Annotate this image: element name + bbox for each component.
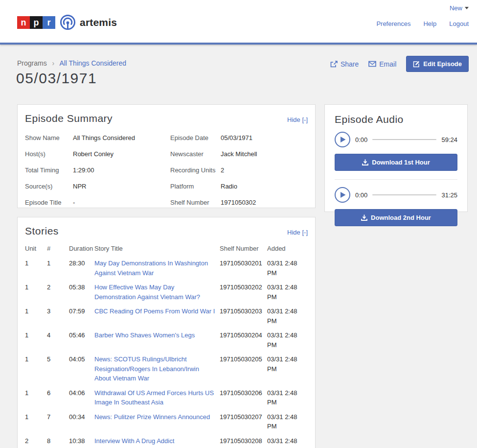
story-title-link[interactable]: How Effective Was May Day Demonstration … [94, 283, 220, 302]
artemis-app-name: artemis [80, 17, 117, 28]
story-number: 3 [47, 307, 69, 326]
new-menu-dropdown[interactable]: New [450, 4, 469, 12]
story-duration: 28:30 [69, 259, 94, 278]
story-unit: 1 [25, 330, 47, 350]
field-label: Host(s) [25, 150, 73, 159]
email-button[interactable]: Email [368, 60, 396, 68]
story-added: 03/31 2:48 PM [267, 388, 308, 407]
story-title-link[interactable]: CBC Reading Of Poems From World War I [94, 307, 220, 326]
audio-divider [335, 179, 457, 180]
breadcrumb-programs[interactable]: Programs [17, 59, 47, 67]
audio-progress-track-2[interactable] [372, 194, 436, 195]
episode-summary-hide-link[interactable]: Hide [-] [287, 116, 308, 123]
table-row: 1 2 05:38 How Effective Was May Day Demo… [25, 280, 308, 304]
story-number: 2 [47, 283, 69, 302]
episode-summary-panel: Episode Summary Hide [-] Show Name All T… [17, 104, 316, 208]
story-number: 1 [47, 259, 69, 278]
npr-logo-r: r [43, 16, 55, 29]
story-duration: 10:38 [69, 436, 94, 448]
story-added: 03/31 2:48 PM [267, 354, 308, 383]
download-2nd-hour-button[interactable]: Download 2nd Hour [335, 209, 457, 226]
table-row: 1 5 04:05 News: SCOTUS Rulings/Ulbricht … [25, 352, 308, 386]
summary-row: Episode Title - Shelf Number 1971050302 [25, 195, 308, 211]
story-title-link[interactable]: May Day Demonstrations In Washington Aga… [94, 259, 220, 278]
table-row: 1 1 28:30 May Day Demonstrations In Wash… [25, 256, 308, 280]
episode-summary-fields: Show Name All Things Considered Episode … [18, 128, 315, 211]
story-title-link[interactable]: Withdrawal Of US Armed Forces Hurts US I… [94, 388, 220, 407]
audio-progress-track-1[interactable] [372, 139, 436, 140]
play-button-2[interactable] [335, 187, 350, 203]
nav-help[interactable]: Help [423, 20, 436, 27]
play-icon [341, 192, 346, 198]
story-duration: 04:05 [69, 354, 94, 383]
header-nav: Preferences Help Logout [376, 20, 469, 27]
field-label: Newscaster [170, 150, 221, 159]
story-shelf-number: 197105030204 [220, 330, 267, 350]
field-value: - [73, 199, 170, 207]
field-value: NPR [73, 183, 170, 191]
col-header-number: # [47, 245, 69, 252]
summary-row: Source(s) NPR Platform Radio [25, 179, 308, 195]
breadcrumb-current-program[interactable]: All Things Considered [59, 59, 126, 67]
nav-logout[interactable]: Logout [449, 20, 469, 27]
col-header-shelf-number: Shelf Number [220, 245, 267, 252]
story-unit: 1 [25, 307, 47, 326]
edit-episode-button[interactable]: Edit Episode [406, 56, 469, 72]
new-menu-label: New [450, 4, 462, 12]
story-number: 8 [47, 436, 69, 448]
current-time: 0:00 [355, 191, 367, 199]
nav-preferences[interactable]: Preferences [376, 20, 410, 27]
field-value: 2 [221, 166, 308, 175]
field-label: Platform [170, 183, 221, 191]
story-unit: 1 [25, 259, 47, 278]
story-number: 7 [47, 412, 69, 431]
story-unit: 1 [25, 388, 47, 407]
stories-table-header: Unit # Duration Story Title Shelf Number… [25, 242, 308, 256]
download-1st-hour-button[interactable]: Download 1st Hour [335, 154, 457, 171]
story-unit: 1 [25, 354, 47, 383]
episode-audio-title: Episode Audio [335, 114, 457, 125]
field-label: Show Name [25, 134, 73, 142]
story-title-link[interactable]: News: Pulitzer Prize Winners Announced [94, 412, 220, 431]
story-title-link[interactable]: News: SCOTUS Rulings/Ulbricht Resignatio… [94, 354, 220, 383]
story-title-link[interactable]: Barber Who Shaves Women's Legs [94, 330, 220, 350]
download-1st-hour-label: Download 1st Hour [372, 159, 430, 166]
artemis-broadcast-icon [60, 14, 76, 30]
story-added: 03/31 2:48 PM [267, 330, 308, 350]
story-duration: 04:06 [69, 388, 94, 407]
download-icon [362, 159, 368, 165]
header-divider-bar [0, 43, 477, 45]
field-value: All Things Considered [73, 134, 170, 142]
story-shelf-number: 197105030208 [220, 436, 267, 448]
field-value: Radio [221, 183, 308, 191]
email-label: Email [379, 60, 396, 68]
stories-hide-link[interactable]: Hide [-] [287, 229, 308, 236]
field-value: Robert Conley [73, 150, 170, 159]
edit-episode-label: Edit Episode [423, 60, 462, 68]
summary-row: Host(s) Robert Conley Newscaster Jack Mi… [25, 146, 308, 163]
story-shelf-number: 197105030207 [220, 412, 267, 431]
stories-table: Unit # Duration Story Title Shelf Number… [18, 241, 315, 448]
table-row: 1 4 05:46 Barber Who Shaves Women's Legs… [25, 328, 308, 352]
npr-logo[interactable]: n p r [17, 16, 55, 29]
stories-panel: Stories Hide [-] Unit # Duration Story T… [17, 217, 316, 448]
col-header-duration: Duration [69, 245, 94, 252]
npr-logo-p: p [30, 16, 43, 29]
share-icon [330, 61, 338, 68]
app-header: n p r artemis New Preferences Help Logou… [0, 0, 477, 43]
artemis-logo[interactable]: artemis [60, 14, 117, 30]
download-icon [361, 214, 367, 221]
play-button-1[interactable] [335, 132, 350, 147]
story-number: 5 [47, 354, 69, 383]
episode-summary-title: Episode Summary [25, 113, 113, 124]
caret-down-icon [465, 7, 469, 9]
total-time: 31:25 [441, 191, 457, 199]
share-button[interactable]: Share [330, 60, 359, 68]
story-title-link[interactable]: Interview With A Drug Addict [94, 436, 220, 448]
breadcrumb: Programs › All Things Considered [17, 59, 126, 67]
story-duration: 05:38 [69, 283, 94, 302]
field-label: Source(s) [25, 183, 73, 191]
story-added: 03/31 2:48 PM [267, 259, 308, 278]
field-value: 1:29:00 [73, 166, 170, 175]
story-duration: 00:34 [69, 412, 94, 431]
